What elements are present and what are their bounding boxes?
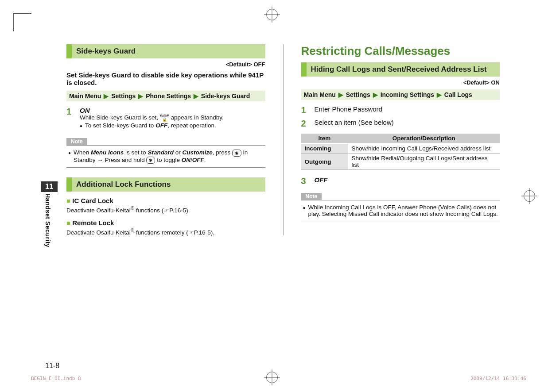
step: 2 Select an item (See below) — [301, 119, 500, 128]
crumb: Phone Settings — [146, 92, 191, 100]
section-title: Hiding Call Logs and Sent/Received Addre… — [307, 62, 491, 77]
note-box: When Menu Icons is set to Standard or Cu… — [66, 145, 265, 168]
table-cell: Show/hide Incoming Call Logs/Received ad… — [348, 143, 500, 154]
header-accent-bar — [66, 44, 72, 58]
print-footer: BEGIN_E_OI.indb 8 2009/12/14 16:31:46 — [31, 376, 526, 381]
chevron-right-icon: ▶ — [338, 91, 343, 98]
subsection-ic-card-lock: IC Card Lock — [66, 197, 265, 204]
step-number: 3 — [301, 176, 309, 186]
crop-mark — [13, 13, 31, 31]
section-title: Additional Lock Functions — [72, 177, 175, 192]
section-header-hiding-call-logs: Hiding Call Logs and Sent/Received Addre… — [301, 62, 500, 77]
column-divider — [283, 44, 284, 235]
chevron-right-icon: ▶ — [104, 92, 109, 100]
subsection-text: Deactivate Osaifu-Keitai® functions (☞P.… — [66, 205, 265, 214]
right-column: Restricting Calls/Messages Hiding Call L… — [301, 44, 500, 235]
chapter-label: Handset Security — [44, 193, 51, 247]
footer-file: BEGIN_E_OI.indb 8 — [31, 376, 81, 381]
chevron-right-icon: ▶ — [373, 91, 378, 98]
table-cell: Incoming — [301, 143, 348, 154]
step-text: While Side-keys Guard is set, SIDE🔒 appe… — [80, 114, 265, 121]
table-header: Operation/Description — [348, 134, 500, 143]
step-text: Select an item (See below) — [315, 119, 500, 128]
registration-mark — [266, 9, 278, 20]
star-key-icon: ✱ — [146, 157, 155, 164]
page-title: Restricting Calls/Messages — [301, 44, 500, 58]
section-lead: Set Side-keys Guard to disable side key … — [66, 71, 265, 86]
step-action: OFF — [315, 176, 500, 186]
table-header: Item — [301, 134, 348, 143]
default-value: <Default> ON — [301, 79, 500, 86]
note-text: While Incoming Call Logs is OFF, Answer … — [308, 204, 498, 217]
subsection-remote-lock: Remote Lock — [66, 219, 265, 227]
table-row: Incoming Show/hide Incoming Call Logs/Re… — [301, 143, 500, 154]
crumb: Side-keys Guard — [201, 92, 250, 100]
menu-path: Main Menu ▶ Settings ▶ Phone Settings ▶ … — [66, 91, 265, 101]
header-accent-bar — [66, 177, 72, 192]
left-column: Side-keys Guard <Default> OFF Set Side-k… — [66, 44, 265, 235]
step-bullet: To set Side-keys Guard to OFF, repeat op… — [80, 122, 265, 130]
chapter-tab: 11 Handset Security — [41, 181, 58, 247]
crumb: Incoming Settings — [381, 91, 434, 98]
default-value: <Default> OFF — [66, 61, 265, 68]
registration-mark — [524, 190, 535, 202]
step-number: 1 — [66, 107, 74, 131]
step: 3 OFF — [301, 176, 500, 186]
subsection-text: Deactivate Osaifu-Keitai® functions remo… — [66, 227, 265, 236]
crumb: Settings — [346, 91, 370, 98]
step-number: 2 — [301, 119, 309, 128]
note-label: Note — [301, 193, 322, 200]
item-table: Item Operation/Description Incoming Show… — [301, 134, 500, 170]
step-number: 1 — [301, 105, 309, 115]
table-cell: Outgoing — [301, 154, 348, 170]
table-row: Outgoing Show/hide Redial/Outgoing Call … — [301, 154, 500, 170]
center-key-icon: ◉ — [232, 150, 241, 157]
note-box: While Incoming Call Logs is OFF, Answer … — [301, 200, 500, 221]
side-lock-icon: SIDE🔒 — [160, 114, 169, 121]
chevron-right-icon: ▶ — [138, 92, 143, 100]
chapter-number: 11 — [41, 181, 58, 192]
chevron-right-icon: ▶ — [437, 91, 442, 98]
crumb: Settings — [111, 92, 136, 100]
step-action: ON — [80, 107, 265, 114]
crumb: Call Logs — [444, 91, 472, 98]
crumb: Main Menu — [69, 92, 101, 100]
section-header-side-keys-guard: Side-keys Guard — [66, 44, 265, 58]
section-title: Side-keys Guard — [72, 44, 140, 58]
step: 1 Enter Phone Password — [301, 105, 500, 115]
step: 1 ON While Side-keys Guard is set, SIDE🔒… — [66, 107, 265, 131]
section-header-additional-lock: Additional Lock Functions — [66, 177, 265, 192]
step-text: Enter Phone Password — [315, 105, 500, 115]
crumb: Main Menu — [304, 91, 336, 98]
chevron-right-icon: ▶ — [194, 92, 198, 100]
note-label: Note — [66, 138, 87, 145]
menu-path: Main Menu ▶ Settings ▶ Incoming Settings… — [301, 89, 500, 100]
header-accent-bar — [301, 62, 307, 77]
table-cell: Show/hide Redial/Outgoing Call Logs/Sent… — [348, 154, 500, 170]
footer-timestamp: 2009/12/14 16:31:46 — [470, 376, 526, 381]
page-number: 11-8 — [45, 362, 59, 370]
